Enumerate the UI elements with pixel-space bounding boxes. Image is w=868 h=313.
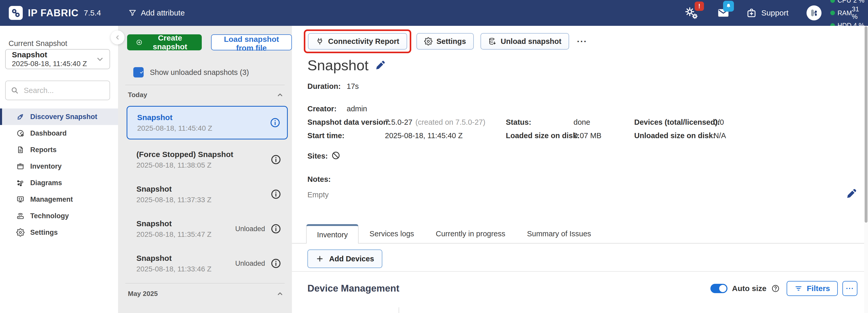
add-devices-label: Add Devices <box>329 255 374 263</box>
snapshot-name: Snapshot <box>137 113 212 122</box>
ram-stat: RAM 31 % <box>830 5 864 21</box>
sidebar-collapse-button[interactable] <box>111 30 125 44</box>
current-snapshot-label: Current Snapshot <box>8 39 67 48</box>
snapshot-settings-button[interactable]: Settings <box>416 33 474 50</box>
add-devices-button[interactable]: Add Devices <box>307 249 382 268</box>
auto-size-label: Auto size <box>732 284 767 293</box>
snapshot-list-item[interactable]: (Force Stopped) Snapshot 2025-08-18, 11:… <box>127 145 288 174</box>
notes-label: Notes: <box>307 175 331 184</box>
cpu-value: 2 % <box>853 0 864 4</box>
top-bar: IP FABRIC 7.5.4 Add attribute ! Support … <box>0 0 868 26</box>
messages-button[interactable] <box>717 6 730 19</box>
sidebar-search <box>5 81 110 100</box>
tab-services-logs[interactable]: Services logs <box>359 224 425 244</box>
unloaded-badge: Unloaded <box>235 259 265 268</box>
filters-button[interactable]: Filters <box>786 281 838 296</box>
tab-currently-in-progress[interactable]: Currently in progress <box>425 224 516 244</box>
info-icon[interactable] <box>270 154 282 165</box>
connectivity-report-label: Connectivity Report <box>328 37 399 46</box>
sidebar-item-settings[interactable]: Settings <box>0 224 118 241</box>
info-icon[interactable] <box>270 223 282 234</box>
chevron-left-icon <box>114 34 121 41</box>
checkbox-checked[interactable] <box>133 67 144 77</box>
group-header-today[interactable]: Today <box>128 91 284 99</box>
start-time-value: 2025-08-18, 11:45:40 Z <box>385 131 463 140</box>
panel-divider <box>125 85 285 85</box>
page-title: Snapshot <box>307 57 369 73</box>
load-snapshot-button[interactable]: Load snapshot from file <box>211 34 292 50</box>
auto-size-toggle[interactable] <box>710 284 727 293</box>
create-snapshot-button[interactable]: Create snapshot <box>127 34 202 50</box>
add-attribute-button[interactable]: Add attribute <box>128 0 185 26</box>
scrollbar-thumb[interactable] <box>865 26 867 223</box>
sidebar-item-label: Dashboard <box>30 129 67 137</box>
monitor-code-icon <box>16 195 25 204</box>
diagram-nodes-icon <box>16 179 25 187</box>
unloaded-size-value: N/A <box>714 131 726 140</box>
search-icon <box>10 86 19 95</box>
snapshot-list-item[interactable]: Snapshot 2025-08-18, 11:35:47 Z Unloaded <box>127 214 288 243</box>
search-input[interactable] <box>24 86 105 95</box>
creator-value: admin <box>347 104 367 113</box>
snapshot-list-item[interactable]: Snapshot 2025-08-18, 11:37:33 Z <box>127 180 288 209</box>
devices-value: 0/0 <box>714 118 724 127</box>
toggle-knob <box>719 285 726 292</box>
info-icon[interactable] <box>270 189 282 200</box>
chevron-up-icon <box>276 91 284 99</box>
snapshot-toolbar: Connectivity Report Settings Unload snap… <box>304 29 587 53</box>
sidebar-nav: Discovery Snapshot Dashboard Reports Inv… <box>0 108 118 241</box>
table-column-border <box>399 307 399 313</box>
help-question-icon[interactable] <box>771 284 780 293</box>
sites-label: Sites: <box>307 152 328 160</box>
loaded-size-label: Loaded size on disk: <box>506 131 580 140</box>
notification-bell-badge <box>723 1 734 11</box>
info-icon[interactable] <box>270 258 282 269</box>
funnel-icon <box>128 9 137 17</box>
snapshot-name: (Force Stopped) Snapshot <box>136 150 233 159</box>
snapshot-selector[interactable]: Snapshot 2025-08-18, 11:45:40 Z <box>5 49 110 69</box>
cpu-status-dot <box>830 0 835 3</box>
snapshot-list-item-selected[interactable]: Snapshot 2025-08-18, 11:45:40 Z <box>127 106 288 139</box>
database-download-icon <box>488 37 497 45</box>
annotation-highlight-box: Connectivity Report <box>304 29 411 53</box>
toolbar-more-button[interactable]: ··· <box>577 36 587 46</box>
vertical-scrollbar[interactable] <box>864 26 868 313</box>
selected-snapshot-name: Snapshot <box>12 50 87 59</box>
status-label: Status: <box>506 118 531 127</box>
sidebar-item-dashboard[interactable]: Dashboard <box>0 125 118 142</box>
table-more-button[interactable]: ··· <box>842 281 858 296</box>
snapshot-timestamp: 2025-08-18, 11:37:33 Z <box>136 196 212 204</box>
show-unloaded-checkbox-row[interactable]: Show unloaded snapshots (3) <box>127 67 249 77</box>
snapshot-list-item[interactable]: Snapshot 2025-08-18, 11:33:46 Z Unloaded <box>127 249 288 278</box>
brand-name: IP FABRIC <box>28 7 79 19</box>
tab-inventory[interactable]: Inventory <box>306 224 359 244</box>
filter-lines-icon <box>795 284 803 292</box>
unloaded-size-label: Unloaded size on disk: <box>634 131 715 140</box>
connectivity-report-button[interactable]: Connectivity Report <box>308 33 407 50</box>
device-management-heading: Device Management <box>307 283 399 294</box>
bell-icon <box>725 3 732 9</box>
sidebar-item-management[interactable]: Management <box>0 191 118 208</box>
sidebar-item-reports[interactable]: Reports <box>0 142 118 158</box>
snapshot-name: Snapshot <box>136 219 212 228</box>
sidebar-item-discovery-snapshot[interactable]: Discovery Snapshot <box>0 108 118 125</box>
tab-summary-of-issues[interactable]: Summary of Issues <box>516 224 602 244</box>
edit-title-pencil-icon[interactable] <box>375 60 385 70</box>
sidebar-item-label: Technology <box>30 212 69 220</box>
devices-label: Devices (total/licensed): <box>634 118 720 127</box>
check-icon <box>140 69 144 76</box>
sidebar-item-inventory[interactable]: Inventory <box>0 158 118 175</box>
plug-icon <box>316 37 324 45</box>
edit-notes-pencil-icon[interactable] <box>846 189 857 199</box>
user-avatar[interactable] <box>807 5 822 21</box>
group-header-may-2025[interactable]: May 2025 <box>128 290 284 298</box>
ipfabric-logo-icon <box>9 6 23 20</box>
router-wifi-icon <box>16 212 25 220</box>
sidebar-item-technology[interactable]: Technology <box>0 208 118 224</box>
unload-snapshot-button[interactable]: Unload snapshot <box>480 33 569 50</box>
info-icon[interactable] <box>270 117 281 128</box>
sidebar-item-diagrams[interactable]: Diagrams <box>0 175 118 191</box>
system-settings-button[interactable]: ! <box>684 6 699 20</box>
sidebar-item-label: Diagrams <box>30 179 62 187</box>
support-button[interactable]: Support <box>746 7 788 19</box>
